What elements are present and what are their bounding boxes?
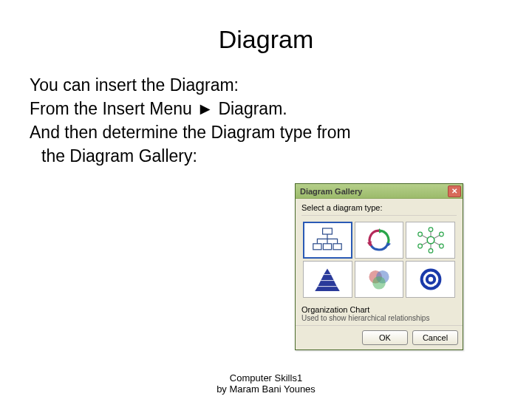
- cycle-icon: [361, 225, 397, 255]
- tile-cycle-diagram[interactable]: [355, 222, 404, 259]
- tile-pyramid-diagram[interactable]: [303, 261, 352, 298]
- tile-target-diagram[interactable]: [406, 261, 455, 298]
- tile-radial-diagram[interactable]: [406, 222, 455, 259]
- footer-line: by Maram Bani Younes: [0, 383, 532, 395]
- svg-marker-23: [316, 287, 341, 291]
- svg-point-14: [429, 228, 433, 232]
- tile-organization-chart[interactable]: [303, 222, 352, 259]
- svg-rect-2: [324, 244, 332, 250]
- svg-point-15: [439, 232, 443, 236]
- diagram-type-grid: [301, 219, 457, 301]
- org-chart-icon: [310, 225, 345, 255]
- cancel-button[interactable]: Cancel: [412, 330, 458, 345]
- selection-detail: Used to show hierarchical relationships: [301, 314, 457, 322]
- body-line: And then determine the Diagram type from: [30, 122, 502, 144]
- dialog-title: Diagram Gallery: [300, 187, 448, 196]
- svg-point-19: [417, 232, 422, 236]
- svg-point-33: [428, 277, 432, 282]
- body-text: You can insert the Diagram: From the Ins…: [30, 75, 502, 168]
- target-icon: [413, 265, 449, 294]
- svg-point-17: [429, 249, 433, 253]
- diagram-gallery-dialog: Diagram Gallery ✕ Select a diagram type:: [295, 183, 463, 350]
- body-line: the Diagram Gallery:: [30, 146, 502, 168]
- selection-description: Organization Chart Used to show hierarch…: [301, 305, 457, 322]
- svg-point-29: [372, 276, 386, 290]
- body-line: From the Insert Menu ► Diagram.: [30, 98, 502, 120]
- tile-venn-diagram[interactable]: [355, 261, 404, 298]
- dialog-prompt: Select a diagram type:: [301, 203, 457, 216]
- svg-rect-3: [333, 244, 341, 250]
- svg-marker-20: [324, 269, 332, 275]
- svg-point-16: [439, 244, 443, 248]
- ok-button[interactable]: OK: [362, 330, 408, 345]
- close-button[interactable]: ✕: [448, 185, 461, 197]
- svg-point-18: [417, 244, 422, 248]
- pyramid-icon: [310, 265, 345, 294]
- svg-marker-21: [321, 275, 335, 281]
- page-title: Diagram: [30, 25, 502, 54]
- svg-rect-0: [323, 228, 332, 234]
- svg-point-13: [427, 236, 434, 244]
- close-icon: ✕: [451, 187, 457, 195]
- dialog-buttons: OK Cancel: [296, 325, 463, 349]
- selection-name: Organization Chart: [301, 305, 457, 314]
- footer: Computer Skills1 by Maram Bani Younes: [0, 372, 532, 395]
- svg-rect-1: [313, 244, 321, 250]
- svg-marker-22: [318, 281, 338, 287]
- dialog-titlebar[interactable]: Diagram Gallery ✕: [296, 184, 463, 199]
- footer-line: Computer Skills1: [0, 372, 532, 383]
- radial-icon: [413, 225, 449, 255]
- body-line: You can insert the Diagram:: [30, 75, 502, 97]
- venn-icon: [361, 265, 397, 294]
